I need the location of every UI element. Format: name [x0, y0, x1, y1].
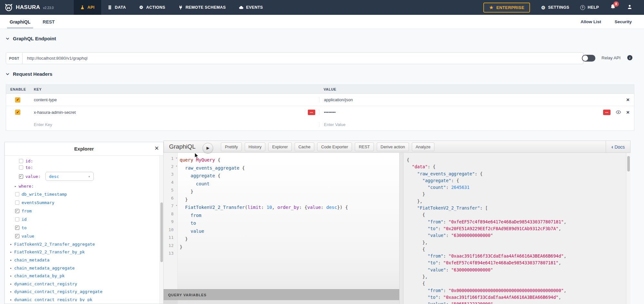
scrollbar-thumb[interactable] [160, 202, 163, 262]
plug-icon [178, 5, 183, 10]
header-value-input[interactable]: •••••••• [324, 110, 336, 115]
response-viewer[interactable]: { "data": { "raw_events_aggregate": { "a… [403, 153, 626, 304]
toolbar-button-cache[interactable]: Cache [295, 142, 315, 151]
link-security[interactable]: Security [615, 19, 632, 24]
close-icon[interactable]: × [155, 145, 159, 152]
explorer-checkbox[interactable] [15, 209, 19, 213]
toolbar-button-derive-action[interactable]: Derive action [377, 142, 409, 151]
fold-arrow-icon[interactable]: ▾ [176, 164, 177, 168]
response-line: "data": { [407, 163, 626, 170]
explorer-item-id[interactable]: id [5, 215, 163, 223]
explorer-item-to[interactable]: to [5, 223, 163, 232]
response-line: "FiatTokenV2_2_Transfer": [ [407, 205, 626, 211]
explorer-item-label: eventsSummary [22, 200, 54, 205]
explorer-item-dynamic-contract-registry-aggregate[interactable]: ▸dynamic_contract_registry_aggregate [5, 288, 163, 296]
header-value-input[interactable]: application/json [324, 97, 353, 102]
explorer-item-to-[interactable]: to: [5, 164, 163, 171]
settings-button[interactable]: ⚙ SETTINGS [541, 5, 569, 10]
header-enable-checkbox[interactable] [15, 110, 20, 115]
explorer-item-db-write-timestamp[interactable]: db_write_timestamp [5, 190, 163, 198]
brand-name: HASURA [16, 4, 40, 11]
explorer-item-value-[interactable]: value:desc▾ [5, 171, 163, 182]
explorer-item-fiattokenv2-2-transfer-by-pk[interactable]: ▸FiatTokenV2_2_Transfer_by_pk [5, 248, 163, 256]
response-line: "from": "0xaac391f166f33CdaEfaa4AfA6616A… [407, 253, 626, 260]
explorer-checkbox[interactable] [15, 217, 19, 221]
header-key-input[interactable]: content-type [34, 97, 57, 102]
remove-header-button[interactable]: × [626, 97, 630, 103]
editor-code[interactable]: query MyQuery { raw_events_aggregate { a… [178, 153, 399, 289]
explorer-checkbox[interactable] [15, 192, 19, 196]
sort-direction-dropdown[interactable]: desc▾ [45, 172, 94, 181]
tab-rest[interactable]: REST [43, 15, 55, 29]
tab-graphiql[interactable]: GraphiQL [10, 15, 31, 29]
relay-api-toggle[interactable] [582, 55, 595, 62]
explorer-item-eventssummary[interactable]: eventsSummary [5, 198, 163, 207]
code-line: count [180, 180, 399, 188]
explorer-scrollbar[interactable] [159, 156, 163, 304]
header-enable-checkbox[interactable] [15, 97, 20, 103]
explorer-item-label: chain_metadata_aggregate [14, 266, 75, 270]
query-variables-editor[interactable] [164, 300, 399, 304]
info-icon[interactable]: i [627, 55, 632, 60]
key-placeholder-input[interactable]: Enter Key [34, 122, 52, 127]
explorer-checkbox[interactable] [15, 226, 19, 230]
help-button[interactable]: ? HELP [580, 5, 599, 10]
graphiql-title: GraphiQL [169, 143, 195, 150]
toolbar-button-explorer[interactable]: Explorer [268, 142, 291, 151]
explorer-item-from[interactable]: from [5, 207, 163, 215]
enterprise-button[interactable]: ★ ENTERPRISE [483, 3, 530, 13]
scrollbar-thumb[interactable] [627, 156, 630, 172]
fold-arrow-icon[interactable]: ▾ [176, 156, 177, 160]
response-scrollbar[interactable] [626, 153, 630, 304]
docs-toggle-button[interactable]: ‹ Docs [606, 141, 630, 153]
toolbar-button-prettify[interactable]: Prettify [221, 142, 242, 151]
code-line: query MyQuery { [180, 156, 399, 164]
remove-header-button[interactable]: × [626, 110, 630, 115]
nav-item-actions[interactable]: ACTIONS [132, 0, 172, 15]
gutter-line: 4 [164, 180, 177, 188]
explorer-checkbox[interactable] [15, 234, 19, 238]
toolbar-button-rest[interactable]: REST [355, 142, 374, 151]
nav-item-events[interactable]: EVENTS [232, 0, 269, 15]
link-allow-list[interactable]: Allow List [581, 19, 601, 24]
explorer-item-value[interactable]: value [5, 232, 163, 240]
explorer-item-chain-metadata[interactable]: ▸chain_metadata [5, 256, 163, 264]
user-menu-button[interactable] [627, 4, 632, 11]
fold-arrow-icon[interactable]: ▾ [176, 204, 177, 207]
execute-query-button[interactable]: ▶ [203, 143, 213, 153]
graphql-endpoint-section-header[interactable]: GraphQL Endpoint [6, 36, 56, 41]
explorer-item-dynamic-contract-registry[interactable]: ▸dynamic_contract_registry [5, 280, 163, 288]
toolbar-button-history[interactable]: History [245, 142, 265, 151]
query-editor[interactable]: 1▾2▾34567▾8910111213 query MyQuery { raw… [164, 153, 399, 289]
nav-item-data[interactable]: DATA [101, 0, 132, 15]
chevron-down-icon: ▾ [88, 175, 90, 178]
request-headers-section-header[interactable]: Request Headers [6, 71, 52, 77]
explorer-item-chain-metadata-aggregate[interactable]: ▸chain_metadata_aggregate [5, 264, 163, 272]
explorer-checkbox[interactable] [15, 201, 19, 205]
triangle-right-icon: ▸ [14, 184, 16, 188]
triangle-right-icon: ▸ [10, 266, 12, 270]
explorer-item-where-[interactable]: ▸where: [5, 182, 163, 190]
toggle-knob [582, 55, 588, 61]
explorer-item-fiattokenv2-2-transfer-aggregate[interactable]: ▸FiatTokenV2_2_Transfer_aggregate [5, 240, 163, 248]
header-key-input[interactable]: x-hasura-admin-secret [34, 110, 76, 115]
nav-item-api[interactable]: API [74, 0, 101, 15]
value-placeholder-input[interactable]: Enter Value [324, 122, 346, 127]
editor-response-divider[interactable] [399, 153, 403, 304]
hasura-logo-icon [5, 3, 13, 12]
query-variables-bar[interactable]: QUERY VARIABLES [164, 289, 399, 300]
explorer-item-chain-metadata-by-pk[interactable]: ▸chain_metadata_by_pk [5, 272, 163, 280]
nav-item-remote-schemas[interactable]: REMOTE SCHEMAS [172, 0, 232, 15]
explorer-checkbox[interactable] [19, 159, 23, 163]
explorer-checkbox[interactable] [19, 174, 23, 179]
hasura-brand[interactable]: HASURA v2.23.0 [0, 0, 60, 15]
eye-icon[interactable] [616, 110, 621, 114]
explorer-item-dynamic-contract-registry-by-pk[interactable]: ▸dynamic_contract_registry_by_pk [5, 296, 163, 301]
endpoint-url-input[interactable] [23, 52, 583, 64]
notifications-button[interactable]: 8 [610, 4, 616, 11]
graphiql-toolbar: GraphiQL ▶ PrettifyHistoryExplorerCacheC… [164, 141, 630, 153]
explorer-item-id-[interactable]: id: [5, 158, 163, 164]
explorer-checkbox[interactable] [19, 165, 23, 170]
toolbar-button-code-exporter[interactable]: Code Exporter [317, 142, 352, 151]
toolbar-button-analyze[interactable]: Analyze [412, 142, 434, 151]
